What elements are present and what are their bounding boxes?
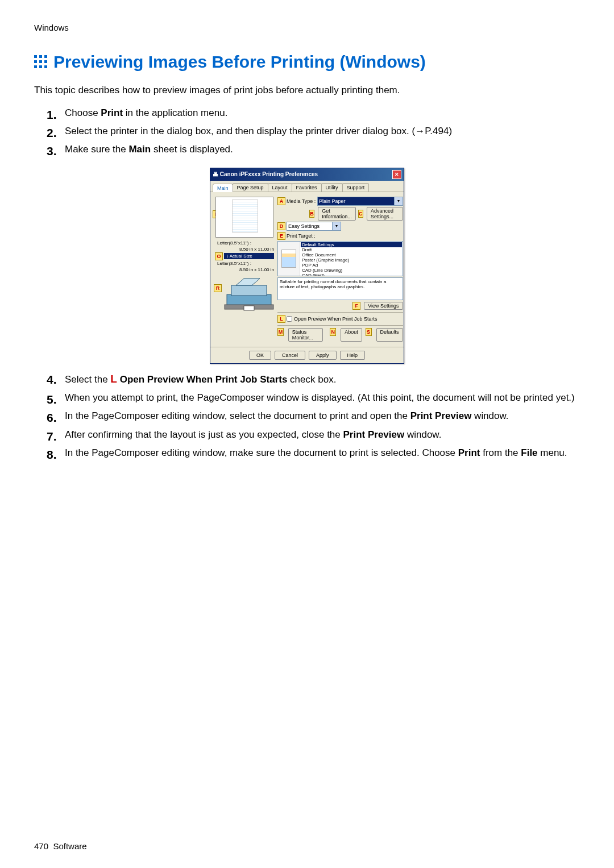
target-item[interactable]: Draft [301, 247, 402, 252]
marker-l: L [277, 315, 285, 323]
target-item[interactable]: Poster (Graphic Image) [301, 258, 402, 263]
size-info: Letter(8.5"x11") : 8.50 in x 11.00 in O … [215, 240, 274, 273]
open-preview-label: Open Preview When Print Job Starts [294, 316, 377, 322]
svg-rect-4 [244, 306, 254, 310]
apply-button[interactable]: Apply [309, 351, 337, 360]
help-button[interactable]: Help [340, 351, 366, 360]
actual-size-label: ↓ Actual Size [224, 253, 274, 259]
step-3: Make sure the Main sheet is displayed. [47, 142, 580, 157]
get-information-button[interactable]: Get Information... [318, 207, 356, 221]
target-description: Suitable for printing normal documents t… [277, 277, 403, 300]
dialog-title: 🖶 Canon iPFxxxx Printing Preferences [213, 171, 318, 177]
tab-favorites[interactable]: Favorites [292, 183, 322, 192]
tab-page-setup[interactable]: Page Setup [233, 183, 268, 192]
tab-support[interactable]: Support [342, 183, 370, 192]
steps-list-continued: Select the L Open Preview When Print Job… [34, 371, 580, 461]
about-button[interactable]: About [341, 328, 362, 342]
tab-main[interactable]: Main [213, 184, 233, 192]
grid-icon [34, 55, 48, 69]
cancel-button[interactable]: Cancel [275, 351, 305, 360]
step-5: When you attempt to print, the PageCompo… [47, 391, 580, 405]
breadcrumb: Windows [34, 23, 580, 32]
page-preview [215, 197, 273, 238]
defaults-button[interactable]: Defaults [376, 328, 403, 342]
marker-a: A [277, 197, 285, 205]
dialog-buttons: OK Cancel Apply Help [210, 347, 404, 363]
target-item[interactable]: POP Ad [301, 263, 402, 268]
target-item[interactable]: Office Document [301, 252, 402, 258]
media-type-label: Media Type : [287, 198, 317, 204]
svg-marker-3 [236, 279, 260, 285]
dialog-titlebar: 🖶 Canon iPFxxxx Printing Preferences ✕ [210, 168, 404, 181]
target-item[interactable]: Default Settings [301, 242, 402, 247]
print-preferences-dialog: 🖶 Canon iPFxxxx Printing Preferences ✕ M… [210, 168, 404, 364]
marker-d: D [277, 222, 285, 230]
step-8: In the PageComposer editing window, make… [47, 446, 580, 460]
step-2: Select the printer in the dialog box, an… [47, 124, 580, 139]
step-1: Choose Print in the application menu. [47, 106, 580, 121]
dialog-left-column: P Letter(8.5"x11") : 8.50 in x 11.00 in … [214, 196, 275, 343]
intro-text: This topic describes how to preview imag… [34, 83, 580, 98]
media-type-select[interactable]: Plain Paper [317, 197, 403, 206]
marker-s: S [366, 328, 372, 336]
view-settings-button[interactable]: View Settings [364, 302, 403, 310]
marker-o: O [215, 252, 223, 260]
open-preview-checkbox[interactable] [287, 316, 292, 322]
easy-settings-select[interactable]: Easy Settings [287, 222, 341, 231]
dialog-body: P Letter(8.5"x11") : 8.50 in x 11.00 in … [210, 192, 404, 347]
tab-utility[interactable]: Utility [321, 183, 343, 192]
printer-icon [223, 277, 275, 312]
svg-rect-2 [231, 285, 267, 296]
step-4: Select the L Open Preview When Print Job… [47, 371, 580, 387]
title-text: Previewing Images Before Printing (Windo… [53, 52, 426, 72]
step-7: After confirming that the layout is just… [47, 427, 580, 442]
svg-rect-0 [227, 294, 271, 306]
target-item[interactable]: CAD (Line Drawing) [301, 268, 402, 273]
page-title: Previewing Images Before Printing (Windo… [34, 52, 580, 72]
print-target-label: Print Target : [287, 233, 317, 239]
advanced-settings-button[interactable]: Advanced Settings... [367, 207, 403, 221]
ok-button[interactable]: OK [249, 351, 271, 360]
status-monitor-button[interactable]: Status Monitor... [288, 328, 323, 342]
marker-e: E [277, 232, 285, 240]
close-icon[interactable]: ✕ [392, 170, 401, 179]
marker-r: R [214, 284, 222, 292]
steps-list: Choose Print in the application menu. Se… [34, 106, 580, 157]
marker-m: M [277, 328, 284, 336]
marker-c: C [358, 210, 363, 218]
dialog-screenshot: 🖶 Canon iPFxxxx Printing Preferences ✕ M… [34, 168, 580, 364]
marker-b: B [309, 210, 314, 218]
dialog-tabs: Main Page Setup Layout Favorites Utility… [210, 181, 404, 192]
dialog-right-column: A Media Type : Plain Paper B Get Informa… [275, 196, 403, 343]
marker-f: F [352, 302, 360, 310]
step-6: In the PageComposer editing window, sele… [47, 409, 580, 423]
tab-layout[interactable]: Layout [268, 183, 292, 192]
marker-n: N [330, 328, 336, 336]
print-target-list[interactable]: Default Settings Draft Office Document P… [277, 241, 403, 276]
target-item[interactable]: CAD (Fast) [301, 273, 402, 276]
